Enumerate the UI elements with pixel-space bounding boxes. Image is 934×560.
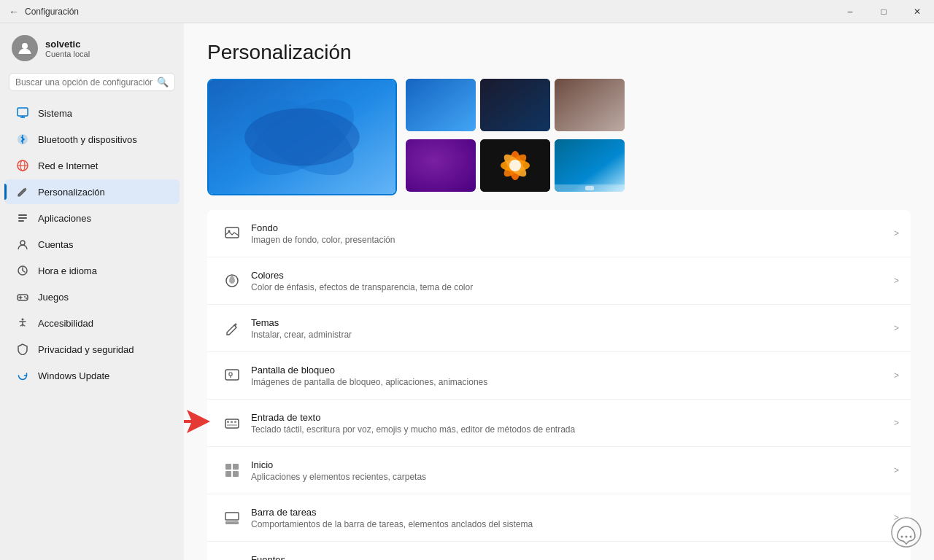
settings-item-entrada-texto[interactable]: Entrada de texto Teclado táctil, escritu… [207,400,911,447]
barra-tareas-text: Barra de tareas Comportamientos de la ba… [251,507,894,529]
settings-item-fondo[interactable]: Fondo Imagen de fondo, color, presentaci… [207,210,911,257]
settings-list: Fondo Imagen de fondo, color, presentaci… [207,210,911,560]
cuentas-icon [16,238,29,251]
personalizacion-icon [16,185,29,198]
windows-update-icon [16,369,29,382]
wallpaper-thumb-1[interactable] [406,79,476,131]
sidebar-item-personalizacion-label: Personalización [38,187,105,198]
sistema-icon [16,106,29,120]
svg-point-54 [901,536,903,538]
entrada-texto-text: Entrada de texto Teclado táctil, escritu… [251,412,894,435]
svg-point-56 [910,536,912,538]
temas-icon [219,315,245,341]
fondo-title: Fondo [251,222,894,233]
red-icon [16,159,29,172]
sidebar-item-personalizacion[interactable]: Personalización [4,179,180,204]
svg-rect-28 [555,139,625,192]
svg-point-9 [20,241,25,245]
svg-rect-37 [225,419,239,428]
sidebar-item-red[interactable]: Red e Internet [4,153,180,178]
titlebar: ← Configuración – □ ✕ [0,0,934,23]
app-container: solvetic Cuenta local 🔍 Sistema [0,23,934,560]
red-arrow-annotation [184,407,210,439]
sidebar-item-sistema-label: Sistema [38,108,72,119]
sidebar-item-hora[interactable]: Hora e idioma [4,258,180,283]
wallpaper-thumb-6[interactable] [555,139,625,192]
sidebar-item-aplicaciones[interactable]: Aplicaciones [4,206,180,230]
sidebar-item-privacidad-label: Privacidad y seguridad [38,344,134,355]
settings-item-fuentes[interactable]: A A Fuentes Instalar, administrar > [207,542,911,560]
svg-rect-39 [231,421,233,423]
colores-title: Colores [251,270,894,281]
sidebar-item-bluetooth-label: Bluetooth y dispositivos [38,134,137,145]
temas-chevron: > [894,323,899,333]
svg-rect-38 [227,421,229,423]
svg-rect-41 [227,424,237,426]
svg-rect-30 [585,186,594,190]
temas-title: Temas [251,317,894,328]
fondo-desc: Imagen de fondo, color, presentación [251,235,894,245]
svg-rect-19 [406,79,476,131]
juegos-icon [16,290,29,303]
chat-bubble[interactable] [890,516,922,548]
back-button[interactable]: ← [9,6,19,18]
pantalla-bloqueo-icon [219,362,245,389]
sidebar-item-red-label: Red e Internet [38,160,98,171]
aplicaciones-icon [16,211,29,225]
wallpaper-thumb-3[interactable] [555,79,625,131]
minimize-button[interactable]: – [833,0,867,23]
pantalla-bloqueo-desc: Imágenes de pantalla de bloqueo, aplicac… [251,377,894,387]
sidebar-item-accesibilidad[interactable]: Accesibilidad [4,311,180,335]
barra-tareas-title: Barra de tareas [251,507,894,518]
search-box[interactable]: 🔍 [9,73,175,91]
entrada-texto-title: Entrada de texto [251,412,894,423]
wallpaper-thumb-4[interactable] [406,139,476,192]
titlebar-title: Configuración [25,7,79,17]
sidebar-item-windows-update[interactable]: Windows Update [4,363,180,388]
sidebar-item-cuentas-label: Cuentas [38,239,73,250]
svg-rect-6 [18,214,27,216]
barra-tareas-icon [219,505,245,531]
fuentes-title: Fuentes [251,554,894,561]
user-section: solvetic Cuenta local [0,23,184,70]
wallpaper-thumb-2[interactable] [480,79,550,131]
svg-point-53 [892,518,921,547]
colores-desc: Color de énfasis, efectos de transparenc… [251,282,894,292]
sidebar-item-juegos[interactable]: Juegos [4,284,180,309]
sidebar-item-accesibilidad-label: Accesibilidad [38,318,93,329]
page-title: Personalización [207,41,911,64]
bluetooth-icon [16,133,29,146]
settings-item-inicio[interactable]: Inicio Aplicaciones y elementos reciente… [207,447,911,494]
svg-rect-8 [18,220,24,222]
barra-tareas-desc: Comportamientos de la barra de tareas, e… [251,519,894,529]
settings-item-colores[interactable]: Colores Color de énfasis, efectos de tra… [207,257,911,305]
sidebar-item-privacidad[interactable]: Privacidad y seguridad [4,337,180,362]
wallpaper-thumb-5[interactable] [480,139,550,192]
svg-point-27 [509,160,521,171]
inicio-desc: Aplicaciones y elementos recientes, carp… [251,472,894,482]
inicio-title: Inicio [251,459,894,470]
settings-item-barra-tareas[interactable]: Barra de tareas Comportamientos de la ba… [207,494,911,542]
titlebar-controls: – □ ✕ [833,0,934,23]
close-button[interactable]: ✕ [900,0,934,23]
entrada-texto-desc: Teclado táctil, escritura por voz, emoji… [251,424,894,435]
colores-icon [219,268,245,294]
inicio-icon [219,457,245,483]
svg-rect-42 [225,464,231,470]
sidebar: solvetic Cuenta local 🔍 Sistema [0,23,184,560]
sidebar-item-cuentas[interactable]: Cuentas [4,232,180,257]
svg-point-14 [22,319,24,321]
svg-rect-46 [225,521,239,524]
wallpaper-main-preview[interactable] [207,79,397,195]
svg-marker-36 [184,410,210,433]
fuentes-icon: A A [219,552,245,560]
search-input[interactable] [15,77,153,88]
settings-item-pantalla-bloqueo[interactable]: Pantalla de bloqueo Imágenes de pantalla… [207,352,911,400]
sidebar-item-sistema[interactable]: Sistema [4,101,180,125]
search-icon: 🔍 [157,77,169,88]
maximize-button[interactable]: □ [867,0,900,23]
username: solvetic [45,39,90,50]
sidebar-item-bluetooth[interactable]: Bluetooth y dispositivos [4,127,180,152]
settings-item-temas[interactable]: Temas Instalar, crear, administrar > [207,305,911,352]
colores-chevron: > [894,276,899,286]
